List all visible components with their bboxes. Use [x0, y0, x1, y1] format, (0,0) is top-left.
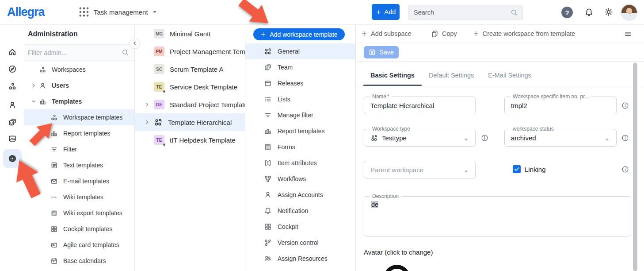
- rail-item-settings[interactable]: [3, 149, 22, 168]
- section-menu-item-team[interactable]: Team: [245, 59, 355, 75]
- workspace-type-select[interactable]: Workspace type Testtype: [364, 129, 476, 147]
- workspace-avatar[interactable]: [384, 265, 410, 271]
- section-label: Releases: [278, 80, 303, 87]
- lock-icon: [163, 90, 166, 93]
- help-button[interactable]: ?: [561, 7, 573, 18]
- rail-item-teams[interactable]: [3, 113, 22, 132]
- rail-item-workspaces[interactable]: [3, 77, 22, 96]
- section-menu-item-item-attributes[interactable]: Item attributes: [245, 155, 355, 171]
- tree-item-label: Base calendars: [63, 257, 106, 264]
- svg-text:HTML: HTML: [51, 196, 57, 198]
- rail-item-explore[interactable]: [3, 60, 22, 78]
- scrollbar-thumb[interactable]: [633, 63, 637, 271]
- template-section-column: Add workspace template GeneralTeamReleas…: [245, 25, 356, 271]
- admin-tree-item-workspace-templates[interactable]: Workspace templates: [24, 109, 134, 125]
- workspace-status-value: archived: [511, 129, 536, 146]
- search-input[interactable]: [408, 9, 511, 16]
- admin-tree-item-wiki-templates[interactable]: HTMLWiki templates: [24, 189, 134, 205]
- template-list-item-minimal-gantt[interactable]: MGMinimal Gantt: [135, 25, 245, 43]
- copy-button[interactable]: Copy: [431, 30, 457, 38]
- section-menu-item-releases[interactable]: Releases: [245, 75, 355, 91]
- info-icon[interactable]: [621, 134, 629, 142]
- section-menu-item-assign-accounts[interactable]: Assign Accounts: [245, 187, 355, 203]
- admin-tree-item-report-templates[interactable]: Report templates: [24, 125, 134, 141]
- add-button[interactable]: Add: [372, 4, 400, 20]
- app-switcher[interactable]: Task management: [78, 6, 157, 18]
- section-menu-item-workflows[interactable]: Workflows: [245, 171, 355, 187]
- rail-item-users[interactable]: [3, 96, 22, 114]
- admin-tree-item-wiki-export-templates[interactable]: WWiki export templates: [24, 205, 134, 221]
- admin-tree-item-text-templates[interactable]: Text templates: [24, 157, 134, 173]
- section-menu-item-lists[interactable]: Lists: [245, 91, 355, 107]
- section-label: Item attributes: [278, 159, 317, 166]
- tree-right-icon[interactable]: [144, 119, 151, 126]
- rail-item-home[interactable]: [3, 43, 22, 61]
- template-list-item-template-hierarchical[interactable]: Template Hierarchical: [135, 113, 245, 131]
- filter-admin-input[interactable]: [24, 49, 122, 56]
- template-list-item-tit-helpdesk-template[interactable]: TEtIT Helpdesk Template: [135, 131, 245, 149]
- description-editor[interactable]: Description de: [364, 196, 631, 236]
- admin-tree-item-base-calendars[interactable]: Base calendars: [24, 253, 134, 269]
- section-menu-item-general[interactable]: General: [245, 43, 355, 59]
- section-menu-item-report-templates[interactable]: Report templates: [245, 123, 355, 139]
- tree-down-icon[interactable]: [30, 98, 37, 105]
- add-workspace-template-button[interactable]: Add workspace template: [253, 28, 345, 40]
- main-content: Add subspace Copy Create workspace from …: [356, 25, 644, 271]
- admin-tree-item-e-mail-templates[interactable]: E-mail templates: [24, 173, 134, 189]
- linking-label: Linking: [525, 166, 546, 173]
- tree-right-icon[interactable]: [30, 82, 37, 89]
- section-menu-item-manage-filter[interactable]: Manage filter: [245, 107, 355, 123]
- parent-workspace-placeholder: Parent workspace: [370, 161, 423, 178]
- tab-default-settings[interactable]: Default Settings: [422, 72, 481, 86]
- section-menu-item-notification[interactable]: Notification: [245, 203, 355, 219]
- section-label: Version control: [278, 239, 319, 246]
- admin-tree-item-agile-card-templates[interactable]: Agile card templates: [24, 237, 134, 253]
- plus-icon: [473, 31, 479, 37]
- admin-tree-item-workspaces[interactable]: Workspaces: [24, 62, 134, 77]
- create-workspace-from-template-button[interactable]: Create workspace from template: [473, 30, 575, 37]
- info-icon[interactable]: [621, 102, 629, 109]
- tab-basic-settings[interactable]: Basic Settings: [363, 72, 422, 86]
- admin-tree: WorkspacesUsersTemplatesWorkspace templa…: [24, 62, 134, 269]
- template-list-item-service-desk-template[interactable]: TEService Desk Template: [135, 78, 245, 96]
- info-icon[interactable]: [621, 166, 629, 173]
- collapse-panel-button[interactable]: [130, 38, 140, 49]
- linking-checkbox[interactable]: Linking: [513, 165, 546, 173]
- section-menu-item-forms[interactable]: Forms: [245, 139, 355, 155]
- hamburger-menu-icon[interactable]: [624, 30, 632, 38]
- template-list-item-scrum-template-a[interactable]: SCScrum Template A: [135, 60, 245, 78]
- user-icon: [39, 82, 46, 89]
- theme-sun-icon[interactable]: [604, 8, 613, 16]
- section-label: Notification: [278, 207, 308, 214]
- description-text: de: [371, 201, 378, 208]
- template-list-item-standard-project-template[interactable]: GEStandard Project Template: [135, 96, 245, 113]
- copy-label: Copy: [442, 30, 457, 37]
- section-menu-item-version-control[interactable]: Version control: [245, 235, 355, 251]
- tree-item-label: Workspace templates: [63, 114, 122, 121]
- notifications-bell-icon[interactable]: [584, 8, 594, 17]
- admin-tree-item-cockpit-templates[interactable]: Cockpit templates: [24, 221, 134, 237]
- info-icon[interactable]: [481, 134, 488, 142]
- lock-icon: [163, 143, 166, 146]
- workspace-status-select[interactable]: workspace status archived: [504, 129, 617, 147]
- item-prefix-field: Workspace specific item no. pr...: [504, 97, 617, 114]
- admin-tree-item-templates[interactable]: Templates: [24, 93, 134, 109]
- admin-tree-item-users[interactable]: Users: [24, 77, 134, 93]
- add-subspace-button[interactable]: Add subspace: [361, 30, 412, 37]
- parent-workspace-select[interactable]: Parent workspace: [364, 161, 476, 178]
- section-menu: GeneralTeamReleasesListsManage filterRep…: [245, 43, 355, 267]
- section-menu-item-cockpit[interactable]: Cockpit: [245, 219, 355, 235]
- save-button[interactable]: Save: [364, 46, 399, 58]
- template-list-item-project-management-template[interactable]: PMProject Management Template: [135, 43, 245, 60]
- tab-e-mail-settings[interactable]: E-Mail Settings: [481, 72, 538, 86]
- tree-item-label: Report templates: [63, 130, 111, 137]
- tree-item-label: Wiki export templates: [63, 209, 122, 217]
- admin-tree-item-filter[interactable]: Filter: [24, 141, 134, 157]
- user-avatar[interactable]: [621, 4, 637, 21]
- tree-item-label: Filter: [63, 146, 77, 153]
- tree-right-icon[interactable]: [144, 101, 151, 108]
- section-menu-item-assign-resources[interactable]: Assign Resources: [245, 251, 355, 267]
- template-badge: TE: [154, 82, 164, 92]
- rail-item-projects[interactable]: [3, 129, 22, 148]
- workspace-template-list: MGMinimal GanttPMProject Management Temp…: [135, 25, 245, 271]
